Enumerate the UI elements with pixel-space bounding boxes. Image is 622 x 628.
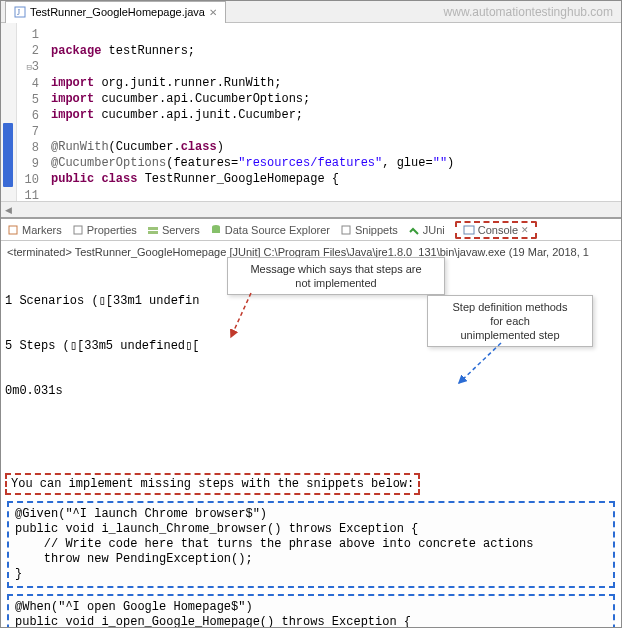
servers-icon	[147, 224, 159, 236]
watermark-text: www.automationtestinghub.com	[444, 5, 621, 19]
svg-rect-9	[464, 226, 474, 234]
tab-data-source-explorer[interactable]: Data Source Explorer	[210, 224, 330, 236]
svg-text:J: J	[17, 8, 20, 17]
scroll-left-icon[interactable]: ◀	[5, 205, 12, 215]
svg-rect-2	[9, 226, 17, 234]
properties-icon	[72, 224, 84, 236]
svg-rect-8	[342, 226, 350, 234]
editor-tab-bar: J TestRunner_GoogleHomepage.java ✕ www.a…	[1, 1, 621, 23]
tab-snippets[interactable]: Snippets	[340, 224, 398, 236]
editor-tab[interactable]: J TestRunner_GoogleHomepage.java ✕	[5, 1, 226, 23]
tab-console[interactable]: Console ✕	[455, 221, 537, 239]
breakpoint-column[interactable]	[1, 23, 17, 201]
snippet-when: @When("^I open Google Homepage$") public…	[7, 594, 615, 628]
database-icon	[210, 224, 222, 236]
tab-servers[interactable]: Servers	[147, 224, 200, 236]
junit-icon	[408, 224, 420, 236]
tab-junit[interactable]: JUni	[408, 224, 445, 236]
line-gutter: 1 2 ⊟3 4 5 6 7 8 9 10 11	[17, 23, 45, 201]
views-tab-bar: Markers Properties Servers Data Source E…	[1, 219, 621, 241]
svg-rect-5	[148, 231, 158, 234]
close-view-icon[interactable]: ✕	[521, 225, 529, 235]
java-file-icon: J	[14, 6, 26, 18]
console-icon	[463, 224, 475, 236]
editor-horizontal-scrollbar[interactable]: ◀	[1, 201, 621, 217]
snippets-icon	[340, 224, 352, 236]
svg-rect-7	[212, 227, 220, 233]
code-area[interactable]: package testRunners; import org.junit.ru…	[45, 23, 621, 201]
svg-rect-3	[74, 226, 82, 234]
callout-step-definitions: Step definition methods for each unimple…	[427, 295, 593, 347]
snippet-given: @Given("^I launch Chrome browser$") publ…	[7, 501, 615, 588]
hint-message: You can implement missing steps with the…	[5, 473, 420, 495]
tab-markers[interactable]: Markers	[7, 224, 62, 236]
bookmark-bar	[3, 123, 13, 187]
markers-icon	[7, 224, 19, 236]
svg-rect-4	[148, 227, 158, 230]
tab-properties[interactable]: Properties	[72, 224, 137, 236]
callout-not-implemented: Message which says that steps are not im…	[227, 257, 445, 295]
close-tab-icon[interactable]: ✕	[209, 7, 217, 18]
console-area: <terminated> TestRunner_GoogleHomepage […	[1, 241, 621, 628]
editor-tab-label: TestRunner_GoogleHomepage.java	[30, 6, 205, 18]
code-editor[interactable]: 1 2 ⊟3 4 5 6 7 8 9 10 11 package testRun…	[1, 23, 621, 201]
